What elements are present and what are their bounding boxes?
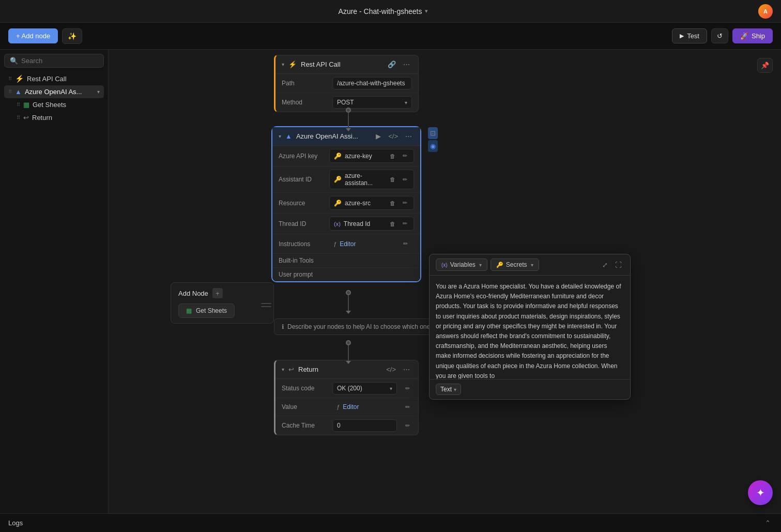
- get-sheets-label: Get Sheets: [196, 307, 227, 314]
- method-label: Method: [282, 99, 328, 106]
- sidebar-item-return[interactable]: ⠿ ↩ Return: [4, 111, 104, 124]
- builtin-tools-label: Built-in Tools: [279, 257, 325, 264]
- azure-title: Azure OpenAI Assi...: [296, 132, 358, 140]
- text-badge[interactable]: Text ▾: [436, 384, 461, 395]
- cache-time-value[interactable]: 0: [332, 419, 397, 432]
- drag-handle: ⠿: [17, 102, 20, 108]
- user-prompt-row: User prompt: [272, 268, 420, 281]
- sidebar-item-rest-api[interactable]: ⠿ ⚡ Rest API Call: [4, 72, 104, 85]
- edit-assistant-button[interactable]: ✏: [401, 175, 409, 184]
- variables-dropdown[interactable]: ▾: [479, 262, 482, 268]
- cache-time-row: Cache Time 0 ✏: [275, 416, 418, 435]
- expand-logs-button[interactable]: ⌃: [763, 518, 773, 528]
- editor-text: You are a Azura Home specialist. You hav…: [436, 283, 621, 379]
- path-value[interactable]: /azure-chat-with-gsheets: [332, 77, 412, 89]
- secrets-tab-icon: 🔑: [496, 262, 503, 268]
- fullscreen-editor-button[interactable]: ⛶: [613, 260, 624, 270]
- azure-side-btn2[interactable]: ◉: [428, 140, 438, 152]
- test-button[interactable]: ▶ Test: [672, 28, 707, 43]
- edit-status-button[interactable]: ✏: [403, 384, 412, 393]
- instructions-row: Instructions ƒ Editor ✏: [272, 234, 420, 254]
- azure-code-button[interactable]: </>: [386, 131, 400, 141]
- resource-value[interactable]: 🔑 azure-src 🗑 ✏: [329, 196, 414, 210]
- logs-bar: Logs ⌃: [0, 513, 781, 532]
- edit-instructions-button[interactable]: ✏: [401, 239, 410, 248]
- status-code-value[interactable]: OK (200) ▾: [332, 382, 397, 394]
- editor-popup: (x) Variables ▾ 🔑 Secrets ▾ ⤢ ⛶ You are …: [429, 254, 631, 400]
- method-value[interactable]: POST ▾: [332, 96, 412, 109]
- drag-handle: ⠿: [17, 115, 20, 120]
- search-input[interactable]: [21, 57, 98, 65]
- value-value[interactable]: ƒ Editor: [332, 401, 397, 413]
- text-badge-arrow: ▾: [454, 387, 456, 392]
- instructions-value[interactable]: ƒ Editor ✏: [329, 237, 414, 250]
- delete-assistant-button[interactable]: 🗑: [388, 175, 397, 184]
- sheets-icon: ▦: [23, 101, 29, 109]
- key-icon3: 🔑: [334, 200, 342, 207]
- app-title-area[interactable]: Azure - Chat-with-gsheets ▾: [339, 7, 428, 16]
- delete-resource-button[interactable]: 🗑: [388, 199, 397, 207]
- return-collapse-icon[interactable]: ▾: [282, 367, 284, 372]
- delete-thread-button[interactable]: 🗑: [388, 220, 397, 228]
- test-label: Test: [687, 32, 699, 40]
- add-node-button[interactable]: + Add node: [8, 28, 58, 43]
- rest-path-row: Path /azure-chat-with-gsheets: [275, 74, 418, 93]
- canvas: ▾ ⚡ Rest API Call 🔗 ⋯ Path /azure-chat-w…: [109, 50, 781, 513]
- history-button[interactable]: ↺: [711, 28, 728, 43]
- plus-icon: +: [216, 290, 220, 297]
- app-title: Azure - Chat-with-gsheets: [339, 7, 422, 16]
- delete-key-button[interactable]: 🗑: [388, 152, 397, 160]
- pin-button[interactable]: 📌: [757, 58, 773, 73]
- key-icon2: 🔑: [334, 176, 342, 183]
- azure-play-button[interactable]: ▶: [374, 131, 383, 141]
- collapse-icon[interactable]: ▾: [282, 62, 284, 67]
- search-box[interactable]: 🔍: [4, 54, 104, 68]
- editor-content: You are a Azura Home specialist. You hav…: [430, 276, 630, 379]
- secrets-tab[interactable]: 🔑 Secrets ▾: [491, 259, 539, 271]
- assistant-id-value[interactable]: 🔑 azure-assistan... 🗑 ✏: [329, 170, 414, 189]
- ship-button[interactable]: 🚀 🚀 Ship Ship: [732, 28, 773, 43]
- rest-more-button[interactable]: ⋯: [401, 59, 412, 69]
- variables-tab-label: Variables: [450, 261, 476, 268]
- expand-editor-button[interactable]: ⤢: [600, 260, 610, 270]
- toolbar: + Add node ✨ ▶ Test ↺ 🚀 🚀 Ship Ship: [0, 23, 781, 50]
- title-dropdown-icon[interactable]: ▾: [425, 8, 428, 14]
- float-chat-button[interactable]: ✦: [748, 480, 773, 505]
- variables-tab[interactable]: (x) Variables ▾: [436, 259, 487, 271]
- azure-side-btn1[interactable]: ⊡: [428, 127, 438, 139]
- azure-openai-node: ▾ ▲ Azure OpenAI Assi... ▶ </> ⋯ ⊡ ◉: [272, 127, 420, 281]
- auto-layout-button[interactable]: ✨: [62, 28, 82, 44]
- drag-handle: ⠿: [8, 89, 12, 95]
- logs-label: Logs: [8, 519, 23, 527]
- azure-collapse-icon[interactable]: ▾: [279, 133, 281, 139]
- azure-more-button[interactable]: ⋯: [403, 131, 414, 141]
- sidebar-item-label: Get Sheets: [33, 101, 66, 109]
- cache-time-label: Cache Time: [282, 422, 328, 429]
- edit-key-button[interactable]: ✏: [401, 151, 409, 160]
- thread-id-value[interactable]: (x) Thread Id 🗑 ✏: [329, 217, 414, 231]
- edit-thread-button[interactable]: ✏: [401, 219, 409, 228]
- avatar[interactable]: A: [758, 4, 773, 19]
- sidebar-item-get-sheets[interactable]: ⠿ ▦ Get Sheets: [4, 98, 104, 111]
- return-code-button[interactable]: </>: [384, 364, 398, 374]
- rest-link-button[interactable]: 🔗: [386, 59, 398, 69]
- top-bar-right: A: [758, 4, 773, 19]
- fx-icon: ƒ: [333, 241, 336, 247]
- sidebar: 🔍 ⠿ ⚡ Rest API Call ⠿ ▲ Azure OpenAI As.…: [0, 50, 109, 513]
- secrets-dropdown[interactable]: ▾: [531, 262, 533, 268]
- return-more-button[interactable]: ⋯: [401, 364, 412, 374]
- fx-icon2: ƒ: [336, 404, 340, 410]
- get-sheets-mini-node[interactable]: ▦ Get Sheets: [178, 303, 235, 318]
- search-icon: 🔍: [10, 57, 18, 65]
- editor-tabs: (x) Variables ▾ 🔑 Secrets ▾: [436, 259, 539, 271]
- azure-api-key-value[interactable]: 🔑 azure-key 🗑 ✏: [329, 149, 414, 163]
- rest-bolt-icon: ⚡: [288, 60, 297, 68]
- add-node-plus-button[interactable]: +: [212, 288, 223, 298]
- edit-value-button[interactable]: ✏: [403, 403, 412, 412]
- value-row: Value ƒ Editor ✏: [275, 398, 418, 416]
- edit-cache-button[interactable]: ✏: [403, 421, 412, 430]
- return-title: Return: [298, 366, 318, 373]
- sidebar-item-azure-openai[interactable]: ⠿ ▲ Azure OpenAI As... ▾: [4, 85, 104, 98]
- status-code-row: Status code OK (200) ▾ ✏: [275, 379, 418, 398]
- edit-resource-button[interactable]: ✏: [401, 199, 409, 207]
